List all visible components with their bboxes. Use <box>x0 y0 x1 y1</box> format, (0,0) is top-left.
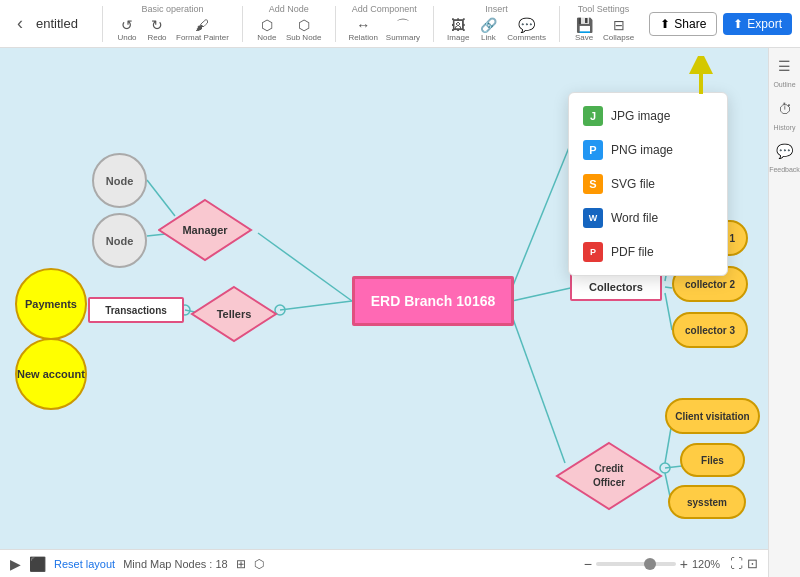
manager-node[interactable]: Manager <box>158 198 253 263</box>
separator-3 <box>335 6 336 42</box>
collector-3-node[interactable]: collector 3 <box>672 312 748 348</box>
export-pdf-item[interactable]: P PDF file <box>569 235 727 269</box>
add-node-group: Add Node ⬡Node ⬡Sub Node <box>253 4 325 44</box>
tool-settings-group: Tool Settings 💾Save ⊟Collapse <box>570 4 637 44</box>
history-label: History <box>774 124 796 132</box>
erd-branch-node[interactable]: ERD Branch 10168 <box>352 276 514 326</box>
svg-marker-22 <box>557 443 661 509</box>
share-icon: ⬆ <box>660 17 670 31</box>
zoom-level: 120% <box>692 558 726 570</box>
files-node[interactable]: Files <box>680 443 745 477</box>
svg-icon: S <box>583 174 603 194</box>
mind-map-nodes-label: Mind Map Nodes : 18 <box>123 558 228 570</box>
export-png-label: PNG image <box>611 143 673 157</box>
svg-line-11 <box>665 293 672 330</box>
redo-button[interactable]: ↻Redo <box>143 16 171 44</box>
tool-settings-label: Tool Settings <box>578 4 630 14</box>
pdf-icon: P <box>583 242 603 262</box>
outline-label: Outline <box>773 81 795 89</box>
main-area: Node Node Manager Payments Transactions … <box>0 48 800 577</box>
document-title: entitled <box>36 16 86 31</box>
jpg-icon: J <box>583 106 603 126</box>
svg-line-13 <box>665 466 682 468</box>
link-button[interactable]: 🔗Link <box>474 16 502 44</box>
client-visitation-node[interactable]: Client visitation <box>665 398 760 434</box>
svg-line-4 <box>280 301 352 310</box>
node-1[interactable]: Node <box>92 153 147 208</box>
fit-button[interactable]: ⊡ <box>747 556 758 571</box>
summary-button[interactable]: ⌒Summary <box>383 16 423 44</box>
outline-icon[interactable]: ☰ <box>771 52 799 80</box>
undo-button[interactable]: ↺Undo <box>113 16 141 44</box>
png-icon: P <box>583 140 603 160</box>
bottom-icon-2[interactable]: ⬛ <box>29 556 46 572</box>
separator-4 <box>433 6 434 42</box>
export-svg-item[interactable]: S SVG file <box>569 167 727 201</box>
export-word-label: Word file <box>611 211 658 225</box>
relation-button[interactable]: ↔Relation <box>346 16 381 44</box>
tellers-node[interactable]: Tellers <box>190 285 278 343</box>
export-jpg-item[interactable]: J JPG image <box>569 99 727 133</box>
add-node-button[interactable]: ⬡Node <box>253 16 281 44</box>
export-svg-label: SVG file <box>611 177 655 191</box>
svg-line-6 <box>512 145 570 288</box>
image-button[interactable]: 🖼Image <box>444 16 472 44</box>
payments-node[interactable]: Payments <box>15 268 87 340</box>
zoom-in-button[interactable]: + <box>680 556 688 572</box>
format-painter-button[interactable]: 🖌Format Painter <box>173 16 232 44</box>
new-account-node[interactable]: New account <box>15 338 87 410</box>
add-component-group: Add Component ↔Relation ⌒Summary <box>346 4 424 44</box>
export-label: Export <box>747 17 782 31</box>
reset-layout-btn[interactable]: Reset layout <box>54 558 115 570</box>
svg-text:Tellers: Tellers <box>217 308 252 320</box>
sidebar-outline-item[interactable]: ☰ Outline <box>771 52 799 89</box>
share-label: Share <box>674 17 706 31</box>
basic-operation-label: Basic operation <box>141 4 203 14</box>
word-icon: W <box>583 208 603 228</box>
insert-group: Insert 🖼Image 🔗Link 💬Comments <box>444 4 549 44</box>
export-word-item[interactable]: W Word file <box>569 201 727 235</box>
export-png-item[interactable]: P PNG image <box>569 133 727 167</box>
export-dropdown-menu: J JPG image P PNG image S SVG file W Wor… <box>568 92 728 276</box>
svg-line-7 <box>512 287 575 301</box>
share-button[interactable]: ⬆ Share <box>649 12 717 36</box>
feedback-icon[interactable]: 💬 <box>771 137 799 165</box>
share-bottom-icon[interactable]: ⬡ <box>254 557 264 571</box>
comments-button[interactable]: 💬Comments <box>504 16 549 44</box>
toolbar-right: ⬆ Share ⬆ Export <box>649 12 792 36</box>
back-button[interactable]: ‹ <box>8 12 32 36</box>
history-icon[interactable]: ⏱ <box>771 95 799 123</box>
svg-text:Manager: Manager <box>182 224 228 236</box>
toolbar: ‹ entitled Basic operation ↺Undo ↻Redo 🖌… <box>0 0 800 48</box>
separator-5 <box>559 6 560 42</box>
system-node[interactable]: sysstem <box>668 485 746 519</box>
collectors-node[interactable]: Collectors <box>570 273 662 301</box>
grid-icon: ⊞ <box>236 557 246 571</box>
add-subnode-button[interactable]: ⬡Sub Node <box>283 16 325 44</box>
zoom-slider-thumb[interactable] <box>644 558 656 570</box>
sidebar-feedback-item[interactable]: 💬 Feedback <box>769 137 800 174</box>
collapse-button[interactable]: ⊟Collapse <box>600 16 637 44</box>
bottom-bar: ▶ ⬛ Reset layout Mind Map Nodes : 18 ⊞ ⬡… <box>0 549 768 577</box>
credit-officer-node[interactable]: Credit Officer <box>555 441 663 511</box>
export-icon: ⬆ <box>733 17 743 31</box>
export-arrow-indicator <box>686 56 716 96</box>
separator-1 <box>102 6 103 42</box>
transactions-node[interactable]: Transactions <box>88 297 184 323</box>
diagram-canvas[interactable]: Node Node Manager Payments Transactions … <box>0 48 768 577</box>
svg-text:Officer: Officer <box>593 477 625 488</box>
feedback-label: Feedback <box>769 166 800 174</box>
credit-officer-diamond-svg: Credit Officer <box>555 441 663 511</box>
sidebar-history-item[interactable]: ⏱ History <box>771 95 799 132</box>
fullscreen-button[interactable]: ⛶ <box>730 556 743 571</box>
zoom-slider-track[interactable] <box>596 562 676 566</box>
separator-2 <box>242 6 243 42</box>
add-node-label: Add Node <box>269 4 309 14</box>
node-2[interactable]: Node <box>92 213 147 268</box>
bottom-icon-1[interactable]: ▶ <box>10 556 21 572</box>
zoom-out-button[interactable]: − <box>584 556 592 572</box>
right-sidebar: ☰ Outline ⏱ History 💬 Feedback <box>768 48 800 577</box>
add-component-label: Add Component <box>352 4 417 14</box>
export-button[interactable]: ⬆ Export <box>723 13 792 35</box>
save-button[interactable]: 💾Save <box>570 16 598 44</box>
